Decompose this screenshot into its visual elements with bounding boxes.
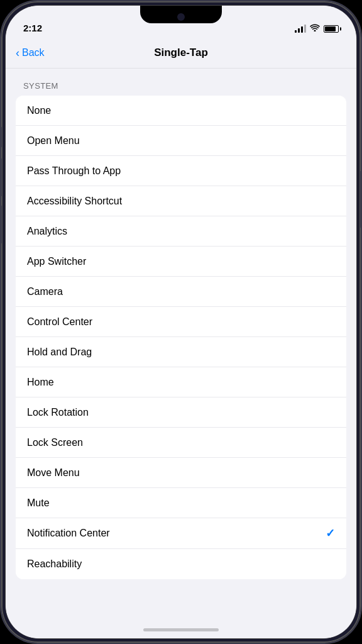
list-item-label: Reachability — [27, 558, 82, 570]
list-item[interactable]: Mute — [16, 488, 346, 518]
camera-dot — [177, 13, 185, 21]
options-list: NoneOpen MenuPass Through to AppAccessib… — [16, 96, 346, 579]
back-button[interactable]: ‹ Back — [16, 47, 45, 58]
list-item-label: Control Center — [27, 316, 92, 328]
content-area: SYSTEM NoneOpen MenuPass Through to AppA… — [6, 69, 356, 621]
list-item-label: Pass Through to App — [27, 165, 121, 177]
back-label: Back — [22, 47, 45, 58]
wifi-icon — [310, 24, 320, 33]
list-item[interactable]: Home — [16, 367, 346, 397]
list-item[interactable]: Pass Through to App — [16, 156, 346, 186]
list-item-label: Hold and Drag — [27, 347, 92, 358]
list-item-label: Mute — [27, 497, 50, 509]
list-item[interactable]: Reachability — [16, 549, 346, 579]
list-item-label: Notification Center — [27, 528, 110, 539]
list-item-label: Lock Screen — [27, 437, 83, 448]
signal-icon — [295, 25, 306, 33]
list-item-label: Accessibility Shortcut — [27, 196, 122, 207]
home-indicator — [6, 621, 356, 638]
list-item[interactable]: Notification Center✓ — [16, 518, 346, 549]
battery-icon — [324, 25, 339, 33]
notch — [140, 6, 222, 23]
page-title: Single-Tap — [154, 47, 208, 59]
list-item-label: Home — [27, 377, 54, 388]
list-item-label: Camera — [27, 286, 63, 297]
list-item[interactable]: Lock Screen — [16, 428, 346, 458]
list-item-label: None — [27, 105, 51, 116]
list-item[interactable]: Open Menu — [16, 126, 346, 156]
list-item[interactable]: Camera — [16, 277, 346, 307]
list-item-label: Analytics — [27, 226, 67, 237]
list-item[interactable]: None — [16, 96, 346, 126]
checkmark-icon: ✓ — [326, 526, 335, 540]
list-item-label: App Switcher — [27, 256, 86, 267]
home-bar — [143, 628, 219, 631]
volume-down-button[interactable] — [0, 206, 2, 243]
list-item[interactable]: App Switcher — [16, 247, 346, 277]
mute-switch — [0, 127, 2, 147]
list-item[interactable]: Accessibility Shortcut — [16, 186, 346, 216]
list-item[interactable]: Analytics — [16, 216, 346, 247]
list-item[interactable]: Lock Rotation — [16, 397, 346, 428]
volume-up-button[interactable] — [0, 158, 2, 196]
status-icons — [295, 24, 339, 33]
section-label: SYSTEM — [6, 81, 356, 96]
list-item-label: Move Menu — [27, 467, 80, 479]
navigation-bar: ‹ Back Single-Tap — [6, 37, 356, 69]
list-item[interactable]: Control Center — [16, 307, 346, 337]
list-item[interactable]: Hold and Drag — [16, 337, 346, 367]
list-item-label: Open Menu — [27, 135, 80, 147]
status-time: 2:12 — [23, 23, 42, 33]
list-item[interactable]: Move Menu — [16, 458, 346, 488]
list-item-label: Lock Rotation — [27, 407, 89, 418]
back-chevron-icon: ‹ — [16, 47, 19, 58]
